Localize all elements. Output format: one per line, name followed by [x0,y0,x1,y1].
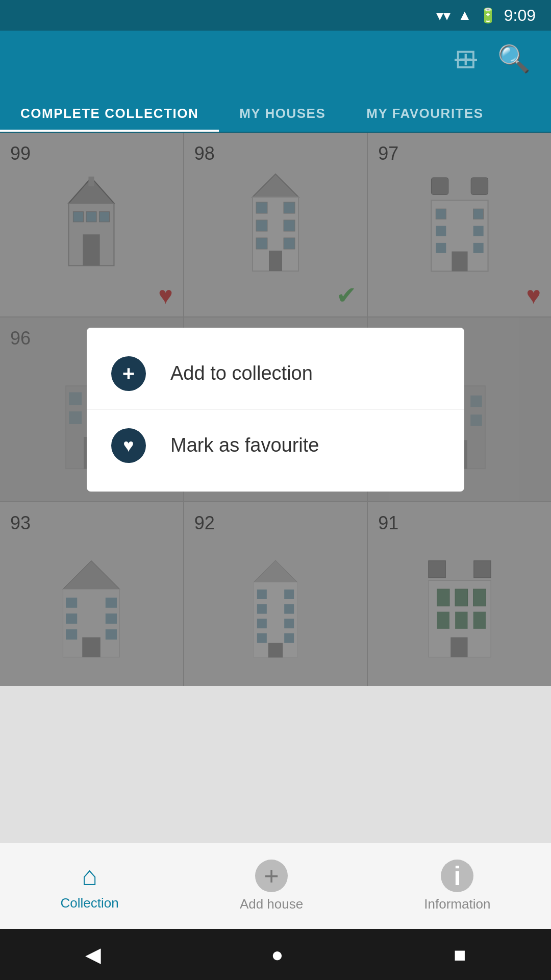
status-icons: ▾▾ ▲ 🔋 9:09 [436,6,536,25]
tab-my-favourites[interactable]: MY FAVOURITES [346,106,504,132]
mark-favourite-label: Mark as favourite [170,434,319,456]
nav-add-house[interactable]: + Add house [240,860,303,912]
tabs-bar: COMPLETE COLLECTION MY HOUSES MY FAVOURI… [0,87,551,133]
recents-button[interactable]: ■ [454,943,466,966]
bottom-navigation: ⌂ Collection + Add house i Information [0,842,551,929]
nav-collection[interactable]: ⌂ Collection [61,861,119,911]
mark-favourite-icon: ♥ [111,428,146,463]
system-navigation-bar: ◀ ● ■ [0,929,551,980]
information-nav-label: Information [424,896,490,912]
wifi-icon: ▾▾ [436,7,450,24]
home-button[interactable]: ● [271,943,283,966]
signal-icon: ▲ [458,7,472,23]
add-house-nav-icon: + [255,860,288,892]
tab-complete-collection[interactable]: COMPLETE COLLECTION [0,106,219,132]
grid-toggle-icon[interactable]: ⊞ [455,43,477,74]
status-bar: ▾▾ ▲ 🔋 9:09 [0,0,551,31]
nav-information[interactable]: i Information [424,860,490,912]
toolbar: ⊞ 🔍 [0,31,551,87]
battery-icon: 🔋 [479,7,497,24]
context-menu-dialog: + Add to collection ♥ Mark as favourite [87,328,464,492]
search-icon[interactable]: 🔍 [497,43,531,75]
add-collection-icon: + [111,356,146,391]
mark-favourite-item[interactable]: ♥ Mark as favourite [87,410,464,481]
add-collection-label: Add to collection [170,362,313,384]
add-to-collection-item[interactable]: + Add to collection [87,338,464,410]
add-house-nav-label: Add house [240,896,303,912]
status-time: 9:09 [504,6,536,25]
collection-nav-label: Collection [61,895,119,911]
collection-nav-icon: ⌂ [82,861,97,891]
information-nav-icon: i [441,860,473,892]
content-wrapper: 99 ♥ 98 [0,133,551,686]
back-button[interactable]: ◀ [85,943,101,966]
tab-my-houses[interactable]: MY HOUSES [219,106,346,132]
modal-overlay[interactable]: + Add to collection ♥ Mark as favourite [0,133,551,686]
